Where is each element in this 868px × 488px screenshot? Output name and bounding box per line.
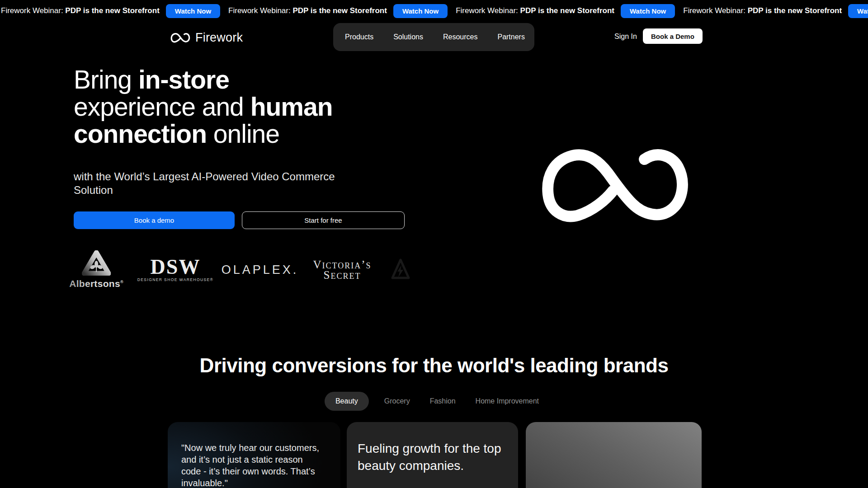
nav-item-resources[interactable]: Resources [443,33,477,41]
brand-logo-albertsons: Albertsons® [69,250,123,289]
hero-heading: Bring in-store experience and human conn… [74,66,417,147]
brand-logo-partial [391,258,410,282]
banner-segment: Firework Webinar: PDP is the new Storefr… [1,4,220,18]
brands-section-title: Driving conversions for the world's lead… [0,354,868,377]
banner-prefix: Firework Webinar: [1,6,63,15]
heading-bold: in-store [138,65,229,94]
banner-text: Firework Webinar: PDP is the new Storefr… [1,6,160,15]
category-tabs: Beauty Grocery Fashion Home Improvement [325,391,543,411]
banner-highlight: PDP is the new Storefront [748,6,842,15]
hero-subheading: with the World’s Largest AI-Powered Vide… [74,170,354,197]
nav-item-partners[interactable]: Partners [497,33,524,41]
albertsons-wordmark: Albertsons® [69,278,123,289]
brand-logo-olaplex: OLAPLEX. [222,263,299,277]
banner-text: Firework Webinar: PDP is the new Storefr… [456,6,614,15]
testimonial-quote-text: "Now we truly hear our customers, and it… [181,442,322,488]
banner-prefix: Firework Webinar: [228,6,291,15]
banner-prefix: Firework Webinar: [683,6,745,15]
site-header: Firework Products Solutions Resources Pa… [0,22,868,53]
victorias-secret-line2: Secret [313,270,371,280]
beauty-statement-text: Fueling growth for the top beauty compan… [358,440,516,474]
firework-logo[interactable]: Firework [170,31,243,45]
book-a-demo-hero-button[interactable]: Book a demo [74,211,235,229]
brand-name: Firework [195,31,243,45]
tab-beauty[interactable]: Beauty [325,392,369,411]
watch-now-button[interactable]: Watch Now [166,4,220,18]
watch-now-button[interactable]: Watch Now [848,4,868,18]
brand-logo-victorias-secret: Victoria’s Secret [313,259,371,280]
page: Firework Webinar: PDP is the new Storefr… [0,0,868,488]
banner-highlight: PDP is the new Storefront [292,6,387,15]
victorias-secret-line1: Victoria’s [313,259,371,270]
beauty-statement-card[interactable]: Fueling growth for the top beauty compan… [347,422,518,488]
start-for-free-button[interactable]: Start for free [242,211,405,229]
banner-segment: Firework Webinar: PDP is the new Storefr… [683,4,868,18]
heading-bold: human [250,92,333,121]
tab-fashion[interactable]: Fashion [425,397,460,405]
testimonial-quote-card[interactable]: "Now we truly hear our customers, and it… [168,422,340,488]
watch-now-button[interactable]: Watch Now [393,4,448,18]
banner-text: Firework Webinar: PDP is the new Storefr… [683,6,842,15]
customer-logo-strip: Albertsons® DSW DESIGNER SHOE WAREHOUSE®… [0,249,452,291]
albertsons-text: Albertsons [69,278,120,289]
olaplex-wordmark: OLAPLEX. [222,263,299,277]
banner-segment: Firework Webinar: PDP is the new Storefr… [456,4,675,18]
dsw-wordmark: DSW [137,258,213,277]
registered-mark: ® [120,280,123,284]
firework-infinity-mark [533,144,698,231]
tab-grocery[interactable]: Grocery [380,397,415,405]
beauty-image-card[interactable] [526,422,702,488]
heading-bold: connection [74,119,207,148]
infinity-logo-icon [170,32,191,44]
banner-highlight: PDP is the new Storefront [520,6,614,15]
brand-logo-dsw: DSW DESIGNER SHOE WAREHOUSE® [137,258,213,282]
banner-highlight: PDP is the new Storefront [65,6,159,15]
nav-item-solutions[interactable]: Solutions [393,33,423,41]
albertsons-triangle-icon [82,269,111,277]
heading-regular: experience and [74,92,250,121]
watch-now-button[interactable]: Watch Now [621,4,675,18]
banner-segment: Firework Webinar: PDP is the new Storefr… [228,4,448,18]
hero-section: Bring in-store experience and human conn… [74,66,417,229]
main-nav: Products Solutions Resources Partners [333,23,534,51]
dsw-tagline: DESIGNER SHOE WAREHOUSE® [137,277,213,282]
sign-in-link[interactable]: Sign In [614,33,637,41]
banner-text: Firework Webinar: PDP is the new Storefr… [228,6,387,15]
hero-cta-row: Book a demo Start for free [74,211,417,229]
tab-home-improvement[interactable]: Home Improvement [471,397,544,405]
nav-item-products[interactable]: Products [345,33,373,41]
book-a-demo-button[interactable]: Book a Demo [643,28,703,44]
banner-prefix: Firework Webinar: [456,6,518,15]
announcement-banner: Firework Webinar: PDP is the new Storefr… [0,0,868,22]
heading-regular: Bring [74,65,138,94]
heading-regular: online [207,119,279,148]
